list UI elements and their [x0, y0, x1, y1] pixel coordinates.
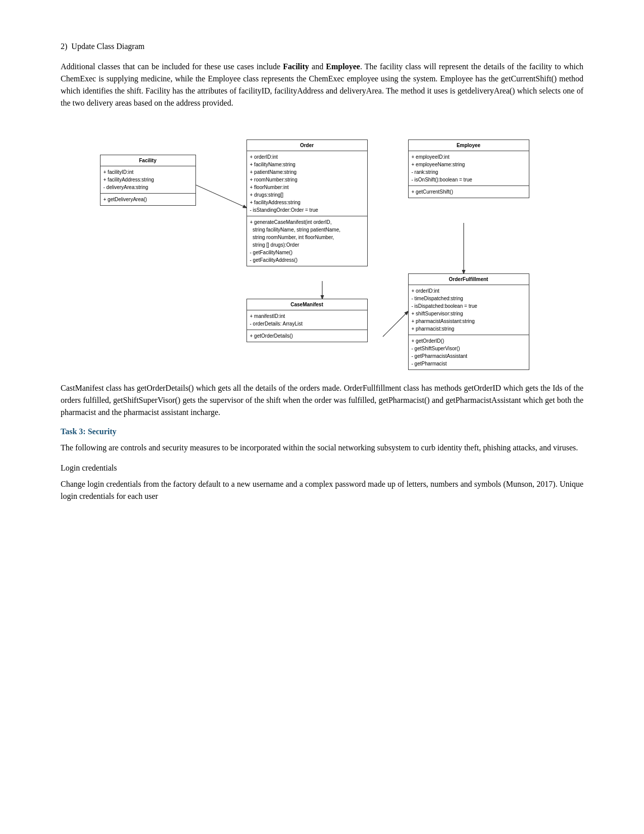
employee-attributes: + employeeID:int + employeeName:string -…	[409, 151, 529, 186]
facility-methods: + getDeliveryArea()	[101, 194, 195, 205]
order-title: Order	[247, 140, 367, 151]
case-manifest-title: CaseManifest	[247, 299, 367, 310]
paragraph2: CastManifest class has getOrderDetails()…	[61, 382, 583, 419]
intro-text-before: Additional classes that can be included …	[61, 62, 283, 71]
employee-bold: Employee	[326, 62, 360, 71]
diagram-wrapper: Facility + facilityID:int + facilityAddr…	[95, 124, 550, 367]
and-text: and	[309, 62, 326, 71]
order-fulfillment-box: OrderFulfillment + orderID:int - timeDis…	[408, 273, 529, 370]
facility-box: Facility + facilityID:int + facilityAddr…	[100, 155, 196, 206]
case-manifest-methods: + getOrderDetails()	[247, 330, 367, 342]
svg-line-0	[196, 185, 246, 208]
order-box: Order + orderID:int + facilityName:strin…	[246, 140, 368, 266]
facility-bold: Facility	[283, 62, 309, 71]
order-attributes: + orderID:int + facilityName:string + pa…	[247, 151, 367, 216]
facility-attributes: + facilityID:int + facilityAddress:strin…	[101, 166, 195, 194]
facility-title: Facility	[101, 155, 195, 166]
employee-box: Employee + employeeID:int + employeeName…	[408, 140, 529, 198]
order-fulfillment-title: OrderFulfillment	[409, 274, 529, 285]
section-heading: 2) Update Class Diagram	[61, 40, 583, 53]
order-methods: + generateCaseManifest(int orderID, stri…	[247, 216, 367, 266]
employee-title: Employee	[409, 140, 529, 151]
case-manifest-attributes: + manifestID:int - orderDetails: ArrayLi…	[247, 310, 367, 330]
login-text: Change login credentials from the factor…	[61, 478, 583, 502]
svg-line-3	[383, 311, 408, 337]
section-title: Update Class Diagram	[71, 42, 144, 51]
employee-methods: + getCurrentShift()	[409, 186, 529, 198]
order-fulfillment-attributes: + orderID:int - timeDispatched:string - …	[409, 285, 529, 335]
intro-paragraph: Additional classes that can be included …	[61, 61, 583, 109]
order-fulfillment-methods: + getOrderID() - getShiftSuperVisor() - …	[409, 335, 529, 369]
case-manifest-box: CaseManifest + manifestID:int - orderDet…	[246, 299, 368, 342]
login-heading: Login credentials	[61, 462, 583, 474]
task3-intro: The following are controls and security …	[61, 442, 583, 454]
class-diagram-container: Facility + facilityID:int + facilityAddr…	[61, 124, 583, 367]
section-number: 2)	[61, 42, 67, 51]
task3-heading: Task 3: Security	[61, 426, 583, 438]
